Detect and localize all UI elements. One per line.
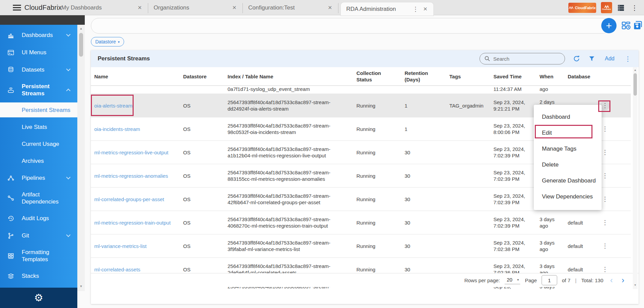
pipeline-icon [0,174,22,182]
stream-name-link[interactable]: ml-metrics-regression-live-output [94,150,168,155]
scrollbar-thumb[interactable] [79,33,83,57]
close-icon[interactable]: × [325,4,338,12]
sidebar-item-pipelines[interactable]: Pipelines [0,169,77,187]
sidebar-scrollbar[interactable]: ▲ ▼ [77,25,85,291]
next-page-icon[interactable]: › [620,276,626,284]
row-kebab-icon[interactable]: ⋮ [600,265,610,274]
hamburger-menu-icon[interactable] [13,5,21,11]
topbar-kebab-icon[interactable]: ⋮ [630,4,639,12]
server-stack-icon[interactable] [617,4,625,12]
tab-configuration-test[interactable]: Configuration:Test × [243,0,338,15]
stream-name-link[interactable]: ml-variance-metrics-list [94,243,147,249]
table-scrollbar[interactable]: ▲ ▼ [633,67,638,289]
rows-per-page-select[interactable]: 20 ▾ [505,276,520,284]
table-row-ml-metrics-regression-train-output[interactable]: ml-metrics-regression-train-output OS 25… [91,211,631,234]
tab-organizations[interactable]: Organizations × [148,0,242,15]
sidebar-item-datasets[interactable]: Datasets [0,61,77,78]
sidebar-item-audit-logs[interactable]: Audit Logs [0,210,77,227]
scroll-up-icon[interactable]: ▲ [633,69,638,72]
table-row-ml-variance-metrics-list[interactable]: ml-variance-metrics-list OS 25647393ff8f… [91,234,631,258]
cloudfabrix-logo-button[interactable]: CloudFabrix [568,3,596,13]
sidebar-item-dashboards[interactable]: Dashboards [0,26,77,44]
sidebar-item-artifact-dependencies[interactable]: Artifact Dependencies [0,187,77,210]
saved-time-cell: Sep 23, 2024, 7:02:39 PM [490,211,536,234]
datastore-cell: OS [180,211,224,234]
panel-kebab-icon[interactable]: ⋮ [624,55,632,63]
row-kebab-icon[interactable]: ⋮ [600,148,610,157]
close-icon[interactable]: × [135,4,148,12]
scrollbar-thumb[interactable] [633,73,637,96]
index-cell: 25647393ff8f40c4af18d7533c8ac897-stream-… [224,141,353,164]
scroll-down-icon[interactable]: ▼ [77,285,85,288]
add-circle-button[interactable]: + [601,18,617,33]
row-kebab-icon[interactable]: ⋮ [600,171,610,180]
close-icon[interactable]: × [421,5,433,13]
menu-item-dashboard[interactable]: Dashboard [534,109,602,125]
datastore-cell: OS [180,234,224,258]
col-header-database: Database [564,67,597,86]
sidebar-item-git[interactable]: Git [0,227,77,244]
col-header-actions [597,67,631,86]
chevron-down-icon [66,233,71,237]
scroll-up-icon[interactable]: ▲ [77,27,85,30]
database-icon [0,66,22,74]
tab-bar: CloudFabrix My Dashboards × Organization… [0,0,644,15]
sidebar-item-label: Git [22,232,67,239]
row-kebab-icon[interactable]: ⋮ [600,241,610,251]
database-cell: default [564,211,597,234]
sidebar-subitem-live-stats[interactable]: Live Stats [0,118,77,135]
sidebar-item-graph-db[interactable]: Graph DB [0,285,77,288]
settings-gear-icon[interactable]: ⚙ [34,293,43,303]
stream-name-link[interactable]: oia-alerts-stream [94,103,133,109]
sidebar-subitem-current-usage[interactable]: Current Usage [0,135,77,152]
close-icon[interactable]: × [230,4,242,12]
refresh-icon[interactable] [572,55,581,63]
saved-time-cell: Sep 23, 2024, 7:02:39 PM [490,164,536,188]
tab-kebab-icon[interactable]: ⋮ [410,5,421,13]
cloudfabrix-small-logo-button[interactable]: CloudFabrix [601,2,612,13]
menu-item-delete[interactable]: Delete [534,157,602,173]
menu-item-manage-tags[interactable]: Manage Tags [534,141,602,157]
row-kebab-icon[interactable]: ⋮ [600,194,610,204]
save-copy-icon[interactable] [633,20,643,31]
sidebar-item-formatting-templates[interactable]: Formatting Templates [0,244,77,267]
table-header-row: Name Datastore Index / Table Name Collec… [91,67,631,86]
sidebar-item-label: Dashboards [22,32,67,39]
sidebar-item-label: Datasets [22,66,67,73]
stream-name-link[interactable]: ml-metrics-regression-train-output [94,220,171,226]
stream-name-link[interactable]: oia-incidents-stream [94,126,140,132]
top-right-actions: CloudFabrix CloudFabrix ⋮ [568,0,639,15]
panel-search-input[interactable] [493,56,554,62]
row-kebab-icon[interactable]: ⋮ [600,124,610,134]
tags-cell [446,117,490,141]
sidebar-nav: Dashboards UI Menus Datasets Persistent … [0,25,77,288]
menu-item-edit[interactable]: Edit [534,125,602,141]
filter-icon[interactable] [588,55,596,62]
tab-my-dashboards[interactable]: My Dashboards × [56,0,148,15]
stream-name-link[interactable]: ml-correlated-assets [94,267,140,272]
saved-time-cell: 11:24:37 AM [493,86,533,92]
tab-rda-administration[interactable]: RDA Administration ⋮ × [341,2,433,16]
previous-page-icon[interactable]: ‹ [608,276,615,284]
sidebar-subitem-persistent-streams[interactable]: Persistent Streams [0,102,77,117]
sidebar-item-stacks[interactable]: Stacks [0,267,77,285]
dashboard-history-icon[interactable] [621,20,631,31]
page-number-input[interactable] [542,275,557,285]
menu-item-view-dependencies[interactable]: View Dependencies [534,189,602,205]
global-search-input[interactable] [91,18,610,33]
saved-time-cell: Sep 23, 2024, 9:21:21 PM [490,94,536,117]
stream-name-link[interactable]: ml-metrics-regression-anomalies [94,173,168,179]
menu-item-generate-dashboard[interactable]: Generate Dashboard [534,173,602,189]
stream-name-link[interactable]: ml-correlated-groups-per-asset [94,196,164,202]
sidebar-item-persistent-streams[interactable]: Persistent Streams [0,78,77,101]
row-context-menu: Dashboard Edit Manage Tags Delete Genera… [534,105,602,210]
index-cell: 0a7f1d71-syslog_udp_event_stream [228,86,350,92]
sidebar-item-ui-menus[interactable]: UI Menus [0,44,77,61]
col-header-when: When [536,67,564,86]
row-kebab-icon[interactable]: ⋮ [600,218,610,227]
datastore-filter-chip[interactable]: Datastore ▾ [91,37,124,46]
sidebar-subitem-archives[interactable]: Archives [0,152,77,169]
row-kebab-icon[interactable]: ⋮ [600,101,610,110]
scroll-down-icon[interactable]: ▼ [633,284,638,287]
add-button[interactable]: Add [603,56,617,62]
